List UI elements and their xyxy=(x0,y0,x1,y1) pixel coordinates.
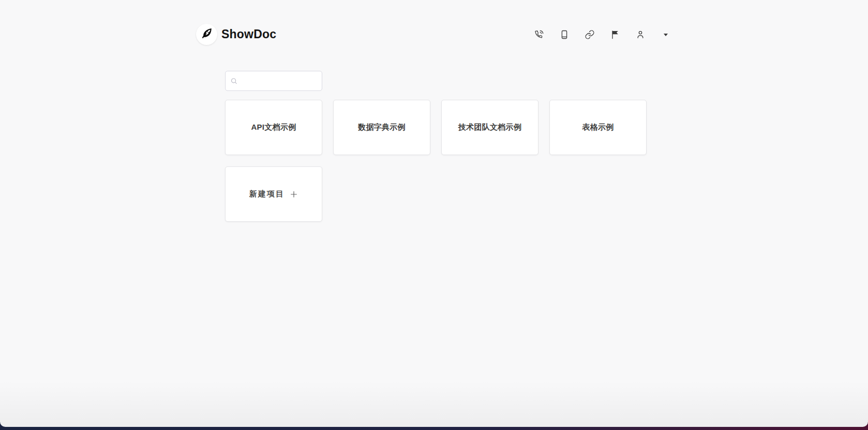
search-input[interactable] xyxy=(225,71,322,91)
project-card-data-dictionary[interactable]: 数据字典示例 xyxy=(333,100,430,155)
page-background: ShowDoc xyxy=(0,0,868,427)
project-card-title: 数据字典示例 xyxy=(358,122,406,132)
project-card-title: API文档示例 xyxy=(251,122,296,132)
project-card-api-docs[interactable]: API文档示例 xyxy=(225,100,322,155)
phone-call-icon[interactable] xyxy=(534,29,544,40)
caret-down-icon[interactable] xyxy=(661,29,671,40)
flag-icon[interactable] xyxy=(610,29,620,40)
smartphone-icon[interactable] xyxy=(559,29,570,40)
project-card-team-docs[interactable]: 技术团队文档示例 xyxy=(441,100,538,155)
main-content: API文档示例 数据字典示例 技术团队文档示例 表格示例 新建项目 xyxy=(225,71,648,222)
link-icon[interactable] xyxy=(585,29,595,40)
new-project-card[interactable]: 新建项目 xyxy=(225,166,322,222)
header-toolbar xyxy=(534,29,672,40)
logo-circle xyxy=(196,24,217,45)
header: ShowDoc xyxy=(196,0,672,45)
project-grid: API文档示例 数据字典示例 技术团队文档示例 表格示例 新建项目 xyxy=(225,100,648,222)
brand[interactable]: ShowDoc xyxy=(196,24,276,45)
feather-icon xyxy=(201,27,213,42)
new-project-label: 新建项目 xyxy=(249,189,285,199)
project-card-table-example[interactable]: 表格示例 xyxy=(549,100,647,155)
search-box xyxy=(225,71,322,91)
project-card-title: 技术团队文档示例 xyxy=(458,122,521,132)
user-icon[interactable] xyxy=(635,29,646,40)
project-card-title: 表格示例 xyxy=(582,122,613,132)
plus-icon xyxy=(290,190,298,198)
brand-name: ShowDoc xyxy=(221,27,276,41)
